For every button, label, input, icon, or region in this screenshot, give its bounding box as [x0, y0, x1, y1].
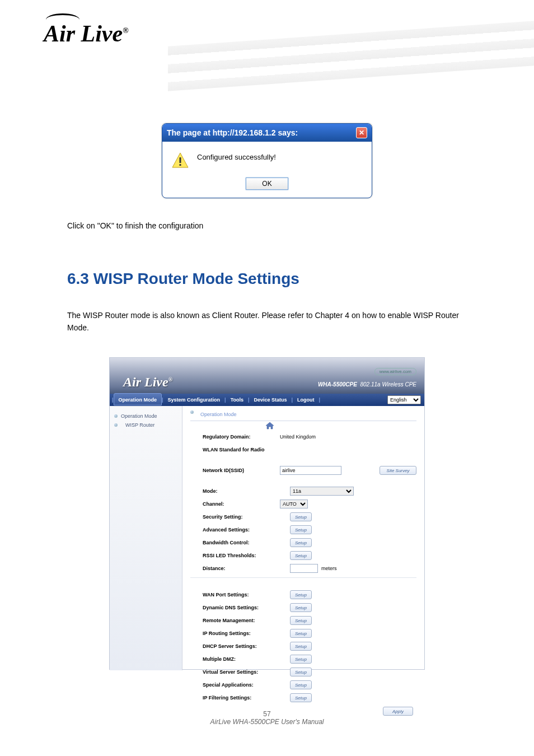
svg-rect-1	[180, 157, 181, 163]
section-heading: 6.3 WISP Router Mode Settings	[67, 270, 299, 288]
admin-screenshot: www.airlive.com Air Live® WHA-5500CPE 80…	[109, 357, 425, 670]
wan-setup-button[interactable]: Setup	[290, 590, 312, 599]
iprouting-setup-button[interactable]: Setup	[290, 629, 312, 638]
label-ipfilter: IP Filtering Settings:	[190, 695, 280, 701]
admin-main: Operation Mode Regulatory Domain: United…	[182, 406, 424, 670]
admin-body: Operation Mode WISP Router Operation Mod…	[110, 406, 424, 670]
close-icon[interactable]: ✕	[356, 127, 367, 138]
section-title: WISP Router Mode Settings	[93, 270, 299, 287]
alert-dialog: The page at http://192.168.1.2 says: ✕ C…	[162, 123, 372, 198]
body-text-2: The WISP Router mode is also known as Cl…	[67, 309, 467, 334]
form-area: Regulatory Domain: United Kingdom WLAN S…	[190, 431, 416, 716]
admin-logo: Air Live®	[123, 375, 172, 390]
admin-nav: | Operation Mode | System Configuration …	[110, 394, 424, 406]
body-text-1: Click on "OK" to finish the configuratio…	[67, 220, 467, 232]
admin-sidebar: Operation Mode WISP Router	[110, 406, 182, 670]
page-number: 57	[263, 710, 270, 718]
label-channel: Channel:	[190, 501, 280, 507]
label-reg-domain: Regulatory Domain:	[190, 434, 280, 440]
sidebar-item-operation-mode[interactable]: Operation Mode	[113, 412, 179, 421]
dialog-body: Configured successfully!	[162, 142, 372, 174]
channel-select[interactable]: AUTO	[280, 500, 308, 508]
language-select[interactable]: English	[387, 395, 421, 404]
label-spapp: Special Applications:	[190, 682, 280, 688]
dialog-title: The page at http://192.168.1.2 says:	[167, 128, 298, 137]
ddns-setup-button[interactable]: Setup	[290, 603, 312, 612]
airlive-logo: Air Live®	[44, 20, 129, 47]
label-iprouting: IP Routing Settings:	[190, 631, 280, 636]
ipfilter-setup-button[interactable]: Setup	[290, 693, 312, 702]
section-number: 6.3	[67, 270, 89, 287]
mode-select[interactable]: 11a	[290, 487, 354, 496]
value-reg-domain: United Kingdom	[280, 434, 416, 440]
vserver-setup-button[interactable]: Setup	[290, 668, 312, 676]
spapp-setup-button[interactable]: Setup	[290, 680, 312, 689]
label-ssid: Network ID(SSID)	[190, 468, 280, 473]
label-dhcp: DHCP Server Settings:	[190, 643, 280, 649]
label-distance: Distance:	[190, 566, 280, 571]
dhcp-setup-button[interactable]: Setup	[290, 642, 312, 651]
label-wan: WAN Port Settings:	[190, 592, 280, 598]
warning-icon	[171, 152, 189, 170]
label-ddns: Dynamic DNS Settings:	[190, 605, 280, 610]
rssi-setup-button[interactable]: Setup	[290, 551, 312, 560]
label-security: Security Setting:	[190, 514, 280, 520]
remote-setup-button[interactable]: Setup	[290, 616, 312, 625]
dialog-actions: OK	[162, 174, 372, 198]
dialog-titlebar: The page at http://192.168.1.2 says: ✕	[162, 124, 372, 142]
label-rssi: RSSI LED Thresholds:	[190, 553, 280, 558]
label-wlan-std: WLAN Standard for Radio	[190, 447, 280, 452]
label-advanced: Advanced Settings:	[190, 527, 280, 533]
admin-url: www.airlive.com	[374, 368, 416, 375]
ok-button[interactable]: OK	[246, 178, 288, 190]
tab-logout[interactable]: Logout	[293, 394, 319, 406]
svg-rect-2	[180, 164, 181, 166]
tab-tools[interactable]: Tools	[226, 394, 248, 406]
tab-operation-mode[interactable]: Operation Mode	[114, 393, 162, 405]
admin-model: WHA-5500CPE 802.11a Wireless CPE	[318, 381, 416, 388]
distance-unit: meters	[321, 566, 337, 571]
dmz-setup-button[interactable]: Setup	[290, 655, 312, 664]
distance-input[interactable]	[290, 564, 318, 573]
site-survey-button[interactable]: Site Survey	[380, 466, 416, 475]
language-select-wrap: English	[387, 395, 421, 404]
footer-product: AirLive WHA-5500CPE User's Manual	[210, 718, 324, 726]
advanced-setup-button[interactable]: Setup	[290, 525, 312, 534]
home-icon[interactable]	[265, 422, 274, 430]
bandwidth-setup-button[interactable]: Setup	[290, 538, 312, 547]
breadcrumb: Operation Mode	[190, 410, 416, 421]
page-header: Air Live®	[0, 0, 534, 95]
label-mode: Mode:	[190, 488, 280, 494]
page-footer: 57 AirLive WHA-5500CPE User's Manual	[0, 710, 534, 726]
dialog-container: The page at http://192.168.1.2 says: ✕ C…	[162, 123, 372, 198]
security-setup-button[interactable]: Setup	[290, 512, 312, 521]
label-bandwidth: Bandwidth Control:	[190, 540, 280, 545]
sidebar-item-wisp-router[interactable]: WISP Router	[113, 421, 179, 430]
header-gradient	[168, 21, 534, 91]
tab-device-status[interactable]: Device Status	[250, 394, 292, 406]
tab-system-config[interactable]: System Configuration	[163, 394, 225, 406]
label-dmz: Multiple DMZ:	[190, 656, 280, 662]
ssid-input[interactable]	[280, 466, 341, 475]
label-remote: Remote Management:	[190, 618, 280, 623]
dialog-message: Configured successfully!	[197, 152, 276, 161]
svg-marker-3	[266, 422, 274, 429]
label-vserver: Virtual Server Settings:	[190, 669, 280, 675]
